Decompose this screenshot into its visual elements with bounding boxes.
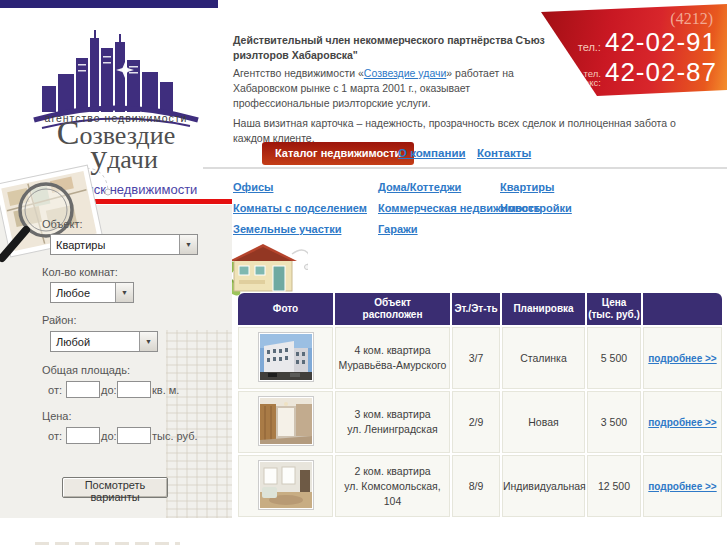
fax-number: 42-02-87 — [605, 57, 717, 88]
price-from-label: от: — [48, 430, 62, 442]
floor-cell: 8/9 — [452, 455, 500, 517]
livingroom-photo-icon — [260, 462, 312, 508]
table-row: 4 ком. квартираМуравьёва-Амурского 3/7 С… — [238, 327, 722, 389]
intro-before: Агентство недвижимости « — [233, 67, 364, 79]
photo-cell — [238, 455, 333, 517]
fax-row: тел. факс: 42-02-87 — [576, 57, 717, 91]
photo-cell — [238, 327, 333, 389]
details-link[interactable]: подробнее >> — [648, 417, 716, 428]
more-cell: подробнее >> — [643, 391, 722, 453]
listings-table: Фото Объектрасположен Эт./Эт-ть Планиров… — [236, 291, 724, 519]
object-cell: 3 ком. квартираул. Ленинградская — [335, 391, 450, 453]
rooms-select[interactable]: Любое ▼ — [50, 282, 134, 303]
col-header-price: Цена(тыс. руб.) — [587, 293, 641, 325]
details-link[interactable]: подробнее >> — [648, 481, 716, 492]
object-select-value: Квартиры — [51, 239, 179, 251]
rooms-label: Кол-во комнат: — [42, 266, 118, 278]
membership-text: Действительный член некоммерческого парт… — [233, 33, 545, 63]
price-from-input[interactable] — [66, 427, 100, 444]
phone-label: тел.: — [578, 41, 601, 53]
more-cell: подробнее >> — [643, 327, 722, 389]
table-header-row: Фото Объектрасположен Эт./Эт-ть Планиров… — [238, 293, 722, 325]
district-select[interactable]: Любой ▼ — [50, 331, 158, 352]
col-header-floor: Эт./Эт-ть — [452, 293, 500, 325]
area-label: Общая площадь: — [42, 364, 130, 376]
area-to-input[interactable] — [117, 381, 151, 398]
layout-cell: Сталинка — [502, 327, 585, 389]
nav-about-link[interactable]: О компании — [398, 147, 466, 159]
table-row: 3 ком. квартираул. Ленинградская 2/9 Нов… — [238, 391, 722, 453]
category-link-newbuildings[interactable]: Новостройки — [500, 202, 572, 214]
category-link-shared-rooms[interactable]: Комнаты с подселением — [233, 202, 367, 214]
hallway-photo-icon — [260, 398, 312, 444]
fax-label-line2: факс: — [576, 77, 601, 88]
area-from-label: от: — [48, 384, 62, 396]
district-select-value: Любой — [51, 336, 139, 348]
price-cell: 3 500 — [587, 391, 641, 453]
chevron-down-icon[interactable]: ▼ — [139, 332, 157, 351]
logo-name-line1: Созвездие — [28, 121, 204, 148]
rooms-select-value: Любое — [51, 287, 115, 299]
nav-catalog-button[interactable]: Каталог недвижимости — [262, 142, 414, 165]
listing-photo[interactable] — [258, 396, 314, 446]
object-cell: 4 ком. квартираМуравьёва-Амурского — [335, 327, 450, 389]
chevron-down-icon[interactable]: ▼ — [179, 235, 197, 254]
building-watermark — [166, 330, 232, 518]
top-purple-bar — [0, 0, 218, 8]
price-cell: 12 500 — [587, 455, 641, 517]
district-label: Район: — [42, 314, 76, 326]
category-link-garages[interactable]: Гаражи — [378, 223, 418, 235]
area-from-input[interactable] — [66, 381, 100, 398]
category-link-offices[interactable]: Офисы — [233, 181, 273, 193]
layout-cell: Индивидуальная — [502, 455, 585, 517]
listing-photo[interactable] — [258, 460, 314, 510]
area-code: (4212) — [670, 10, 713, 28]
price-to-label: до: — [101, 430, 117, 442]
nav-contacts-link[interactable]: Контакты — [477, 147, 531, 159]
area-unit-label: кв. м. — [152, 384, 179, 396]
col-header-photo: Фото — [238, 293, 333, 325]
category-link-houses[interactable]: Дома/Коттеджи — [378, 181, 461, 193]
price-to-input[interactable] — [117, 427, 151, 444]
category-link-land[interactable]: Земельные участки — [233, 223, 341, 235]
phone-row: тел.: 42-02-91 — [578, 27, 717, 58]
category-link-apartments[interactable]: Квартиры — [500, 181, 554, 193]
agency-name-link[interactable]: Созвездие удачи — [364, 67, 447, 79]
nav-divider — [203, 167, 727, 169]
price-unit-label: тыс. руб. — [152, 430, 198, 442]
col-header-object: Объектрасположен — [335, 293, 450, 325]
floor-cell: 2/9 — [452, 391, 500, 453]
object-label: Объект: — [42, 218, 83, 230]
page: агентство недвижимости Созвездие удачи (… — [0, 0, 727, 545]
more-cell: подробнее >> — [643, 455, 722, 517]
intro-text: Агентство недвижимости «Созвездие удачи»… — [233, 66, 565, 111]
building-photo-icon — [260, 334, 312, 380]
fax-label: тел. факс: — [576, 69, 601, 87]
col-header-actions — [643, 293, 722, 325]
photo-cell — [238, 391, 333, 453]
price-cell: 5 500 — [587, 327, 641, 389]
chevron-down-icon[interactable]: ▼ — [115, 283, 133, 302]
listing-photo[interactable] — [258, 332, 314, 382]
phone-number: 42-02-91 — [605, 27, 717, 58]
floor-cell: 3/7 — [452, 327, 500, 389]
price-label: Цена: — [42, 410, 72, 422]
col-header-layout: Планировка — [502, 293, 585, 325]
object-select[interactable]: Квартиры ▼ — [50, 234, 198, 255]
layout-cell: Новая — [502, 391, 585, 453]
area-to-label: до: — [101, 384, 117, 396]
details-link[interactable]: подробнее >> — [648, 353, 716, 364]
table-row: 2 ком. квартираул. Комсомольская, 104 8/… — [238, 455, 722, 517]
object-cell: 2 ком. квартираул. Комсомольская, 104 — [335, 455, 450, 517]
search-submit-button[interactable]: Посмотреть варианты — [62, 477, 168, 498]
